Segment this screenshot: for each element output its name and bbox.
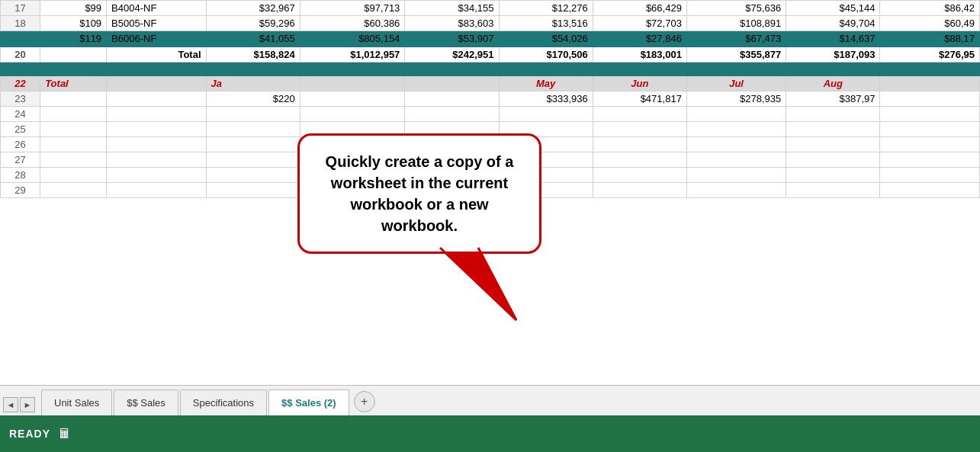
- cell-r23-c8[interactable]: $387,97: [786, 91, 880, 107]
- cell-r24-c7[interactable]: [686, 107, 786, 122]
- cell-r20-c3[interactable]: $1,012,957: [300, 46, 405, 63]
- cell-r21-c1[interactable]: [107, 63, 206, 76]
- tab-next-button[interactable]: ►: [20, 397, 35, 412]
- cell-r17-c1[interactable]: B4004-NF: [107, 1, 206, 16]
- cell-r17-c0[interactable]: $99: [40, 1, 107, 16]
- cell-r26-c1[interactable]: [107, 137, 206, 152]
- cell-r19-c3[interactable]: $805,154: [300, 31, 405, 47]
- cell-r24-c3[interactable]: [300, 107, 405, 122]
- sheet-tab-unit-sales[interactable]: Unit Sales: [41, 389, 112, 415]
- cell-r18-c2[interactable]: $59,296: [206, 16, 300, 31]
- cell-r23-c3[interactable]: [300, 91, 405, 107]
- cell-r20-c7[interactable]: $355,877: [686, 46, 786, 63]
- cell-r24-c1[interactable]: [107, 107, 206, 122]
- cell-r28-c8[interactable]: [786, 168, 880, 183]
- cell-r19-c5[interactable]: $54,026: [499, 31, 593, 47]
- cell-r21-c9[interactable]: [880, 63, 980, 76]
- cell-r23-c4[interactable]: [405, 91, 499, 107]
- cell-r27-c0[interactable]: [40, 152, 107, 168]
- cell-r22-c3[interactable]: [300, 76, 405, 91]
- cell-r24-c8[interactable]: [786, 107, 880, 122]
- cell-r27-c8[interactable]: [786, 152, 880, 168]
- cell-r17-c3[interactable]: $97,713: [300, 1, 405, 16]
- cell-r28-c1[interactable]: [107, 168, 206, 183]
- cell-r20-c6[interactable]: $183,001: [593, 46, 686, 63]
- cell-r27-c7[interactable]: [686, 152, 786, 168]
- cell-r24-c0[interactable]: [40, 107, 107, 122]
- cell-r17-c7[interactable]: $75,636: [686, 1, 786, 16]
- cell-r27-c2[interactable]: [206, 152, 300, 168]
- cell-r20-c5[interactable]: $170,506: [499, 46, 593, 63]
- cell-r18-c3[interactable]: $60,386: [300, 16, 405, 31]
- cell-r19-c8[interactable]: $14,637: [786, 31, 880, 47]
- cell-r25-c1[interactable]: [107, 122, 206, 137]
- cell-r26-c9[interactable]: [880, 137, 980, 152]
- cell-r18-c4[interactable]: $83,603: [405, 16, 499, 31]
- cell-r22-c9[interactable]: [880, 76, 980, 91]
- cell-r17-c5[interactable]: $12,276: [499, 1, 593, 16]
- cell-r23-c1[interactable]: [107, 91, 206, 107]
- cell-r29-c6[interactable]: [593, 183, 686, 198]
- cell-r20-c8[interactable]: $187,093: [786, 46, 880, 63]
- cell-r22-c4[interactable]: [405, 76, 499, 91]
- cell-r28-c6[interactable]: [593, 168, 686, 183]
- cell-r29-c2[interactable]: [206, 183, 300, 198]
- cell-r24-c4[interactable]: [405, 107, 499, 122]
- add-sheet-button[interactable]: +: [354, 391, 375, 412]
- cell-r22-c8[interactable]: Aug: [786, 76, 880, 91]
- cell-r18-c1[interactable]: B5005-NF: [107, 16, 206, 31]
- cell-r27-c1[interactable]: [107, 152, 206, 168]
- cell-r21-c4[interactable]: [405, 63, 499, 76]
- cell-r19-c7[interactable]: $67,473: [686, 31, 786, 47]
- cell-r17-c9[interactable]: $86,42: [880, 1, 980, 16]
- cell-r29-c0[interactable]: [40, 183, 107, 198]
- cell-r20-c1[interactable]: Total: [107, 46, 206, 63]
- cell-r28-c2[interactable]: [206, 168, 300, 183]
- cell-r22-c0[interactable]: Total: [40, 76, 107, 91]
- cell-r23-c6[interactable]: $471,817: [593, 91, 686, 107]
- sheet-tab-dollar-sales[interactable]: $$ Sales: [114, 389, 178, 415]
- cell-r28-c7[interactable]: [686, 168, 786, 183]
- cell-r25-c7[interactable]: [686, 122, 786, 137]
- cell-r18-c9[interactable]: $60,49: [880, 16, 980, 31]
- cell-r21-c5[interactable]: [499, 63, 593, 76]
- cell-r24-c2[interactable]: [206, 107, 300, 122]
- cell-r26-c0[interactable]: [40, 137, 107, 152]
- tab-prev-button[interactable]: ◄: [3, 397, 18, 412]
- cell-r28-c9[interactable]: [880, 168, 980, 183]
- sheet-tab-dollar-sales-2[interactable]: $$ Sales (2): [268, 389, 349, 415]
- cell-r18-c8[interactable]: $49,704: [786, 16, 880, 31]
- cell-r22-c7[interactable]: Jul: [686, 76, 786, 91]
- cell-r20-c9[interactable]: $276,95: [880, 46, 980, 63]
- cell-r22-c5[interactable]: May: [499, 76, 593, 91]
- cell-r19-c1[interactable]: B6006-NF: [107, 31, 206, 47]
- cell-r23-c7[interactable]: $278,935: [686, 91, 786, 107]
- cell-r27-c6[interactable]: [593, 152, 686, 168]
- cell-r17-c4[interactable]: $34,155: [405, 1, 499, 16]
- cell-r22-c6[interactable]: Jun: [593, 76, 686, 91]
- cell-r18-c7[interactable]: $108,891: [686, 16, 786, 31]
- cell-r20-c2[interactable]: $158,824: [206, 46, 300, 63]
- cell-r21-c6[interactable]: [593, 63, 686, 76]
- cell-r19-c6[interactable]: $27,846: [593, 31, 686, 47]
- cell-r26-c6[interactable]: [593, 137, 686, 152]
- cell-r18-c6[interactable]: $72,703: [593, 16, 686, 31]
- cell-r20-c0[interactable]: [40, 46, 107, 63]
- cell-r23-c2[interactable]: $220: [206, 91, 300, 107]
- cell-r22-c2[interactable]: Ja: [206, 76, 300, 91]
- cell-r23-c0[interactable]: [40, 91, 107, 107]
- sheet-tab-specifications[interactable]: Specifications: [180, 389, 267, 415]
- cell-r19-c0[interactable]: $119: [40, 31, 107, 47]
- cell-r22-c1[interactable]: [107, 76, 206, 91]
- cell-r29-c8[interactable]: [786, 183, 880, 198]
- cell-r21-c0[interactable]: [40, 63, 107, 76]
- cell-r24-c9[interactable]: [880, 107, 980, 122]
- cell-r29-c1[interactable]: [107, 183, 206, 198]
- cell-r19-c2[interactable]: $41,055: [206, 31, 300, 47]
- cell-r20-c4[interactable]: $242,951: [405, 46, 499, 63]
- cell-r27-c9[interactable]: [880, 152, 980, 168]
- cell-r21-c2[interactable]: [206, 63, 300, 76]
- cell-r19-c9[interactable]: $88,17: [880, 31, 980, 47]
- cell-r21-c3[interactable]: [300, 63, 405, 76]
- cell-r25-c8[interactable]: [786, 122, 880, 137]
